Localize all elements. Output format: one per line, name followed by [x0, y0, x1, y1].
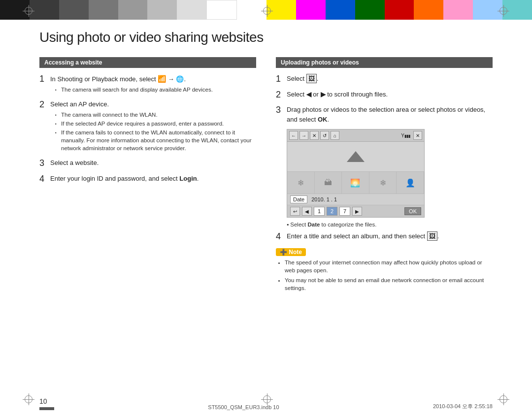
step-4-num: 4 — [39, 174, 50, 185]
nav-num-7[interactable]: 7 — [339, 207, 350, 216]
right-step-3-num: 3 — [276, 105, 287, 116]
reg-mark-bottom-right — [498, 393, 509, 405]
date-info: 2010-03-04 오후 2:55:18 — [433, 403, 493, 410]
btn-x[interactable]: ✕ — [413, 131, 422, 140]
select-date-note: ▪ Select Date to categorize the files. — [287, 222, 493, 227]
nav-back-btn[interactable]: ↩ — [290, 207, 300, 216]
color-gray — [89, 0, 118, 20]
page-bar — [39, 407, 54, 410]
nav-left-btn[interactable]: ◀ — [302, 207, 312, 216]
note-header: ➕ Note — [276, 248, 493, 256]
step-2-content: Select an AP device. The camera will con… — [50, 99, 256, 153]
step-3: 3 Select a website. — [39, 158, 256, 169]
page-num-area: 10 — [39, 397, 54, 410]
note-section: ➕ Note The speed of your internet connec… — [276, 248, 493, 292]
color-mid-gray — [59, 0, 89, 20]
camera-nav-bar: ↩ ◀ 1 2 7 ▶ OK — [287, 205, 424, 217]
step-1-num: 1 — [39, 74, 50, 85]
left-column: Accessing a website 1 In Shooting or Pla… — [39, 57, 256, 294]
thumb-3: 🌅 — [342, 172, 369, 193]
left-section-header: Accessing a website — [39, 57, 256, 68]
color-near-white — [177, 0, 206, 20]
color-green — [355, 0, 385, 20]
right-step-3: 3 Drag photos or videos to the selection… — [276, 105, 493, 124]
right-step-2: 2 Select ◀ or ▶ to scroll through files. — [276, 90, 493, 100]
thumb-2: 🏔 — [315, 172, 342, 193]
note-label: ➕ Note — [276, 248, 306, 256]
right-step-2-num: 2 — [276, 90, 287, 100]
step-2-bullet-1: The camera will connect to the WLAN. — [55, 111, 256, 119]
color-lighter-gray — [147, 0, 177, 20]
right-step-1-content: Select 🖼. — [287, 74, 493, 84]
nav-num-2[interactable]: 2 — [327, 207, 337, 216]
step-2-num: 2 — [39, 99, 50, 110]
page-title: Using photo or video sharing websites — [39, 30, 493, 45]
signal-icon: Y▮▮▮ — [399, 133, 412, 138]
nav-num-1[interactable]: 1 — [314, 207, 325, 216]
btn-close[interactable]: ✕ — [310, 131, 319, 140]
color-light-gray — [118, 0, 148, 20]
upload-arrow-icon — [347, 151, 365, 162]
date-value: 2010. 1 . 1 — [311, 196, 337, 202]
right-step-3-content: Drag photos or videos to the selection a… — [287, 105, 493, 124]
color-magenta — [296, 0, 326, 20]
btn-refresh[interactable]: ↺ — [320, 131, 329, 140]
thumb-4: ❄ — [369, 172, 397, 193]
camera-date-bar: Date 2010. 1 . 1 — [287, 193, 424, 205]
reg-mark-top-right — [498, 5, 509, 17]
right-step-4-content: Enter a title and select an album, and t… — [287, 231, 493, 241]
right-column: Uploading photos or videos 1 Select 🖼. 2… — [276, 57, 493, 294]
step-4: 4 Enter your login ID and password, and … — [39, 174, 256, 185]
camera-upload-area — [287, 142, 424, 171]
right-step-1-num: 1 — [276, 74, 287, 85]
step-2: 2 Select an AP device. The camera will c… — [39, 99, 256, 153]
reg-mark-bottom-left — [23, 393, 34, 405]
nav-right-btn[interactable]: ▶ — [352, 207, 362, 216]
btn-home[interactable]: ⌂ — [331, 131, 339, 140]
ok-button[interactable]: OK — [404, 207, 421, 215]
right-step-1: 1 Select 🖼. — [276, 74, 493, 85]
right-step-4: 4 Enter a title and select an album, and… — [276, 231, 493, 242]
main-content: Using photo or video sharing websites Ac… — [39, 30, 493, 389]
date-label: Date — [290, 195, 307, 203]
step-1: 1 In Shooting or Playback mode, select 📶… — [39, 74, 256, 95]
thumb-1: ❄ — [287, 172, 315, 193]
reg-mark-top-left — [23, 5, 34, 17]
step-4-content: Enter your login ID and password, and se… — [50, 174, 256, 184]
camera-toolbar: ← → ✕ ↺ ⌂ Y▮▮▮ ✕ — [287, 129, 424, 142]
right-section-header: Uploading photos or videos — [276, 57, 493, 68]
note-list: The speed of your internet connection ma… — [276, 258, 493, 292]
content-columns: Accessing a website 1 In Shooting or Pla… — [39, 57, 493, 294]
btn-forward[interactable]: → — [299, 131, 308, 140]
step-3-num: 3 — [39, 158, 50, 169]
reg-mark-top-center — [261, 5, 273, 17]
color-red — [385, 0, 414, 20]
right-step-2-content: Select ◀ or ▶ to scroll through files. — [287, 90, 493, 99]
note-item-1: The speed of your internet connection ma… — [285, 258, 493, 274]
color-pink — [443, 0, 473, 20]
btn-back[interactable]: ← — [289, 131, 298, 140]
note-item-2: You may not be able to send an email due… — [285, 276, 493, 292]
step-3-content: Select a website. — [50, 158, 256, 168]
color-white — [206, 0, 237, 20]
camera-thumbnails: ❄ 🏔 🌅 ❄ 👤 — [287, 171, 424, 193]
camera-ui: ← → ✕ ↺ ⌂ Y▮▮▮ ✕ ❄ — [287, 129, 425, 218]
reg-mark-bottom-center — [261, 393, 273, 405]
color-orange — [414, 0, 443, 20]
step-2-bullet-2: If the selected AP device requires a pas… — [55, 120, 256, 128]
right-step-4-num: 4 — [276, 231, 287, 242]
step-1-bullet-1: The camera will search for and display a… — [55, 86, 256, 94]
thumb-5: 👤 — [397, 172, 424, 193]
page-number: 10 — [39, 397, 47, 405]
step-2-bullet-3: If the camera fails to connect to the WL… — [55, 129, 256, 152]
color-blue — [326, 0, 355, 20]
step-1-content: In Shooting or Playback mode, select 📶 →… — [50, 74, 256, 95]
